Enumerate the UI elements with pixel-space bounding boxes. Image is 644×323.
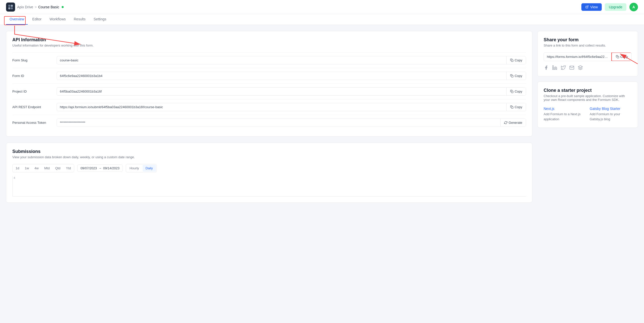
generate-token-button[interactable]: Generate [500, 119, 526, 127]
form-slug-copy-button[interactable]: Copy [506, 56, 526, 64]
svg-rect-0 [8, 5, 10, 7]
gatsby-link[interactable]: Gatsby Blog Starter [590, 107, 632, 111]
api-endpoint-value-wrap: https://api.formium.io/submit/64f5ba03aa… [57, 103, 526, 111]
svg-rect-9 [511, 107, 513, 108]
gran-daily[interactable]: Daily [143, 165, 156, 172]
api-endpoint-copy-button[interactable]: Copy [506, 103, 526, 111]
form-id-label: Form ID [12, 74, 53, 78]
view-label: View [590, 5, 598, 9]
api-endpoint-field: API REST Endpoint https://api.formium.io… [12, 99, 526, 115]
linkedin-icon[interactable] [552, 65, 557, 70]
svg-rect-6 [511, 60, 513, 62]
svg-rect-12 [553, 67, 553, 70]
topnav: Apix Drive > Course Basic View Upgrade A [0, 0, 644, 14]
external-link-icon [585, 5, 589, 9]
access-token-value-wrap: ******************** Generate [57, 118, 526, 127]
nextjs-starter: Next.js Add Formium to a Next.js applica… [544, 107, 586, 122]
status-dot [62, 6, 64, 8]
form-id-field: Form ID 64f5c6e9aa22460001b3a1b4 Copy [12, 68, 526, 84]
view-button[interactable]: View [581, 3, 602, 11]
project-id-label: Project ID [12, 90, 53, 93]
share-form-card: Share your form Share a link to this for… [537, 31, 638, 76]
breadcrumb-separator: > [35, 5, 37, 9]
subnav-wrapper: Overview Editor Workflows Results Settin… [0, 14, 644, 25]
access-token-value: ******************** [57, 119, 500, 127]
date-end: 09/14/2023 [103, 166, 119, 170]
gran-hourly[interactable]: Hourly [127, 165, 142, 172]
project-id-value: 64f5ba03aa22460001b3a16f [57, 88, 506, 95]
svg-rect-3 [11, 7, 13, 9]
time-1d[interactable]: 1d [13, 165, 22, 172]
gatsby-desc: Add Formium to your Gatsby.js blog [590, 112, 632, 122]
bottom-right-spacer [537, 143, 638, 203]
time-ytd[interactable]: Ytd [63, 165, 73, 172]
social-icons-row [544, 65, 632, 70]
email-icon[interactable] [569, 65, 574, 70]
tab-workflows[interactable]: Workflows [46, 14, 69, 25]
svg-rect-8 [511, 91, 513, 93]
tab-overview[interactable]: Overview [6, 14, 28, 25]
form-slug-label: Form Slug [12, 58, 53, 62]
chart-area: 4 [12, 176, 526, 196]
svg-rect-2 [8, 7, 10, 9]
clone-starter-card: Clone a starter project Checkout a pre-b… [537, 82, 638, 128]
share-subtitle: Share a link to this form and collect re… [544, 44, 632, 47]
filter-row: 1d 1w 4w Mtd Qtd Ytd 09/07/2023 → 09/14/… [12, 164, 526, 172]
upgrade-button[interactable]: Upgrade [605, 3, 626, 11]
tab-editor[interactable]: Editor [29, 14, 45, 25]
brand-name[interactable]: Apix Drive [17, 5, 33, 9]
subnav: Overview Editor Workflows Results Settin… [0, 14, 644, 25]
share-copy-button[interactable]: Copy [612, 53, 631, 61]
submissions-card: Submissions View your submission data br… [6, 143, 532, 203]
date-range-picker[interactable]: 09/07/2023 → 09/14/2023 [77, 165, 123, 172]
time-1w[interactable]: 1w [22, 165, 31, 172]
right-column: Share your form Share a link to this for… [537, 31, 638, 137]
svg-rect-7 [511, 75, 513, 77]
share-title: Share your form [544, 37, 632, 43]
share-copy-label: Copy [620, 55, 628, 59]
time-mtd[interactable]: Mtd [42, 165, 52, 172]
api-card-subtitle: Useful information for developers workin… [12, 44, 526, 47]
clone-title: Clone a starter project [544, 88, 632, 93]
svg-rect-1 [11, 5, 13, 7]
topnav-left: Apix Drive > Course Basic [6, 3, 64, 12]
facebook-icon[interactable] [544, 65, 549, 70]
time-filters: 1d 1w 4w Mtd Qtd Ytd [12, 164, 74, 172]
access-token-label: Personal Access Token [12, 121, 53, 125]
copy-icon-3 [510, 90, 513, 93]
form-id-copy-button[interactable]: Copy [506, 72, 526, 80]
project-id-field: Project ID 64f5ba03aa22460001b3a16f Copy [12, 84, 526, 99]
form-slug-value: course-basic [57, 56, 506, 64]
date-start: 09/07/2023 [80, 166, 97, 170]
project-id-copy-button[interactable]: Copy [506, 88, 526, 95]
form-id-value-wrap: 64f5c6e9aa22460001b3a1b4 Copy [57, 72, 526, 80]
copy-icon [510, 59, 513, 62]
starter-grid: Next.js Add Formium to a Next.js applica… [544, 107, 632, 122]
tab-settings[interactable]: Settings [90, 14, 110, 25]
svg-rect-10 [617, 56, 619, 58]
svg-point-13 [553, 66, 553, 66]
api-endpoint-label: API REST Endpoint [12, 105, 53, 109]
date-arrow: → [98, 166, 102, 170]
api-card-title: API Information [12, 37, 526, 43]
api-info-card: API Information Useful information for d… [6, 31, 532, 137]
access-token-field: Personal Access Token ******************… [12, 115, 526, 130]
svg-line-4 [587, 6, 588, 7]
avatar[interactable]: A [629, 3, 638, 11]
layers-icon[interactable] [578, 65, 583, 70]
upgrade-label: Upgrade [609, 5, 622, 9]
twitter-icon[interactable] [561, 65, 566, 70]
nextjs-link[interactable]: Next.js [544, 107, 586, 111]
copy-icon-2 [510, 74, 513, 77]
form-slug-field: Form Slug course-basic Copy [12, 52, 526, 68]
time-4w[interactable]: 4w [32, 165, 41, 172]
copy-icon-4 [510, 105, 513, 109]
time-qtd[interactable]: Qtd [53, 165, 63, 172]
current-page: Course Basic [38, 5, 59, 9]
submissions-title: Submissions [12, 149, 526, 154]
refresh-icon [504, 121, 507, 124]
breadcrumb: Apix Drive > Course Basic [17, 5, 64, 9]
chart-y-label: 4 [14, 176, 15, 179]
topnav-right: View Upgrade A [581, 3, 638, 11]
tab-results[interactable]: Results [70, 14, 89, 25]
